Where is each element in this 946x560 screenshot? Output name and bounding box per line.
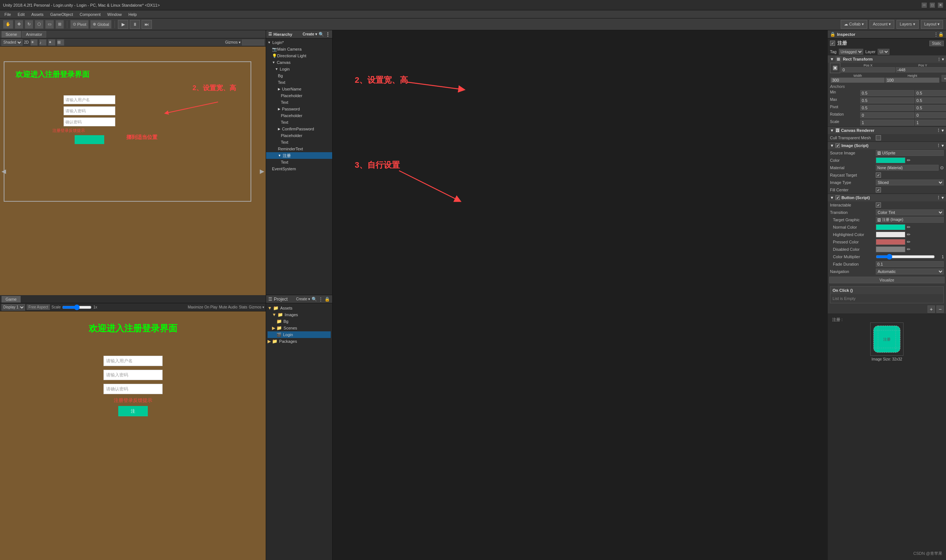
aspect-select[interactable]: Free Aspect bbox=[26, 305, 50, 310]
menu-component[interactable]: Component bbox=[77, 11, 103, 17]
fill-center-checkbox[interactable]: ✓ bbox=[876, 187, 881, 192]
disabled-color-swatch[interactable] bbox=[876, 246, 905, 252]
hierarchy-item-username[interactable]: ▶ UserName bbox=[266, 86, 332, 92]
project-create-btn[interactable]: Create ▾ bbox=[296, 297, 310, 301]
image-enabled-checkbox[interactable]: ✓ bbox=[835, 143, 840, 148]
scale-slider[interactable] bbox=[62, 305, 92, 310]
step-button[interactable]: ⏭ bbox=[142, 20, 152, 29]
hierarchy-item-bg[interactable]: Bg bbox=[266, 72, 332, 79]
layer-select[interactable]: UI bbox=[878, 49, 889, 55]
hierarchy-item-text2[interactable]: Text bbox=[266, 99, 332, 106]
scene-audio-btn[interactable]: ♪ bbox=[39, 39, 46, 46]
pause-button[interactable]: ⏸ bbox=[130, 20, 140, 29]
game-password-field[interactable]: 请输入密码 bbox=[103, 370, 163, 380]
hierarchy-item-maincamera[interactable]: 📷 Main Camera bbox=[266, 46, 332, 52]
hierarchy-item-register[interactable]: ▼ 注册 bbox=[266, 152, 332, 159]
menu-window[interactable]: Window bbox=[104, 11, 125, 17]
shaded-select[interactable]: Shaded bbox=[2, 39, 23, 46]
scene-username-field[interactable]: 请输入用户名 bbox=[63, 95, 115, 104]
pivot-x[interactable] bbox=[860, 105, 914, 111]
object-active-checkbox[interactable]: ✓ bbox=[830, 41, 835, 46]
hierarchy-search-icon[interactable]: 🔍 bbox=[319, 32, 324, 37]
pivot-y[interactable] bbox=[915, 105, 946, 111]
inspector-menu-icon[interactable]: ⋮ bbox=[934, 32, 938, 37]
button-script-header[interactable]: ▼ ✓ Button (Script) ⋮ ▾ bbox=[828, 194, 946, 201]
image-color-swatch[interactable] bbox=[876, 157, 905, 163]
scene-password-field[interactable]: 请输入密码 bbox=[63, 106, 115, 115]
stats-btn[interactable]: Stats bbox=[239, 305, 248, 309]
transform-tool-transform[interactable]: ⊞ bbox=[55, 20, 64, 29]
hierarchy-item-text5[interactable]: Text bbox=[266, 159, 332, 166]
project-item-bg[interactable]: 📁 Bg bbox=[268, 318, 331, 325]
pressed-color-edit-icon[interactable]: ✏ bbox=[907, 239, 911, 245]
maximize-btn[interactable]: Maximize On Play bbox=[188, 305, 218, 309]
hierarchy-item-ph1[interactable]: Placeholder bbox=[266, 92, 332, 99]
project-menu-icon[interactable]: ⋮ bbox=[319, 297, 323, 302]
wh-lock-btn[interactable]: ⇔ bbox=[941, 75, 946, 82]
menu-assets[interactable]: Assets bbox=[28, 11, 46, 17]
gizmos-label[interactable]: Gizmos ▾ bbox=[225, 40, 240, 44]
tab-scene[interactable]: Scene bbox=[2, 31, 21, 38]
hierarchy-item-remindertext[interactable]: ReminderText bbox=[266, 146, 332, 152]
scene-search[interactable] bbox=[242, 40, 264, 45]
project-item-login-scene[interactable]: 🎬 Login bbox=[268, 331, 331, 338]
rotation-y[interactable] bbox=[915, 112, 946, 118]
menu-gameobject[interactable]: GameObject bbox=[47, 11, 76, 17]
image-color-picker-icon[interactable]: ✏ bbox=[907, 158, 911, 163]
hierarchy-item-confirmpassword[interactable]: ▶ ConfirmPassword bbox=[266, 126, 332, 132]
hierarchy-item-text4[interactable]: Text bbox=[266, 139, 332, 146]
menu-edit[interactable]: Edit bbox=[15, 11, 28, 17]
maximize-button[interactable]: □ bbox=[930, 3, 935, 8]
project-item-images[interactable]: ▼ 📁 Images bbox=[268, 311, 331, 318]
disabled-color-edit-icon[interactable]: ✏ bbox=[907, 247, 911, 252]
rect-transform-header[interactable]: ▼ ⊞ Rect Transform ⋮ ▾ bbox=[828, 55, 946, 63]
image-type-select[interactable]: Sliced bbox=[876, 180, 944, 185]
collab-button[interactable]: ☁ Collab ▾ bbox=[841, 20, 867, 29]
button-enabled-checkbox[interactable]: ✓ bbox=[835, 195, 840, 200]
transform-tool-rotate[interactable]: ↻ bbox=[25, 20, 33, 29]
game-register-btn[interactable]: 注 bbox=[118, 406, 148, 416]
add-onclick-btn[interactable]: + bbox=[928, 306, 935, 313]
cull-checkbox[interactable] bbox=[876, 135, 881, 140]
navigation-select[interactable]: Automatic bbox=[876, 269, 944, 274]
remove-onclick-btn[interactable]: − bbox=[937, 306, 944, 313]
menu-file[interactable]: File bbox=[2, 11, 14, 17]
canvas-renderer-menu[interactable]: ⋮ ▾ bbox=[937, 128, 944, 133]
scene-fx-btn[interactable]: ✦ bbox=[48, 39, 55, 46]
transform-tool-move[interactable]: ✥ bbox=[15, 20, 23, 29]
nav-right-arrow[interactable]: ▶ bbox=[260, 167, 264, 174]
button-script-menu[interactable]: ⋮ ▾ bbox=[937, 195, 944, 200]
scene-register-btn[interactable] bbox=[75, 135, 104, 144]
project-item-assets[interactable]: ▼ 📁 Assets bbox=[268, 305, 331, 311]
display-select[interactable]: Display 1 bbox=[2, 304, 25, 311]
image-script-header[interactable]: ▼ ✓ Image (Script) ⋮ ▾ bbox=[828, 142, 946, 149]
hierarchy-item-text3[interactable]: Text bbox=[266, 119, 332, 126]
anchor-min-y[interactable] bbox=[915, 90, 946, 96]
source-image-field[interactable]: 🖼 UISprite bbox=[876, 150, 944, 156]
menu-help[interactable]: Help bbox=[125, 11, 140, 17]
anchor-visual[interactable] bbox=[830, 63, 840, 73]
static-badge[interactable]: Static bbox=[929, 41, 944, 46]
anchor-box[interactable] bbox=[830, 64, 840, 72]
game-confirm-field[interactable]: 请确认密码 bbox=[103, 384, 163, 394]
hierarchy-root[interactable]: ▼ Login* bbox=[266, 39, 332, 46]
canvas-renderer-header[interactable]: ▼ 🖼 Canvas Renderer ⋮ ▾ bbox=[828, 127, 946, 134]
scale-y[interactable] bbox=[915, 120, 946, 126]
highlighted-color-edit-icon[interactable]: ✏ bbox=[907, 232, 911, 237]
layout-button[interactable]: Layout ▾ bbox=[921, 20, 943, 29]
normal-color-swatch[interactable] bbox=[876, 224, 905, 230]
project-item-scenes[interactable]: ▶ 📁 Scenes bbox=[268, 325, 331, 331]
mute-btn[interactable]: Mute Audio bbox=[219, 305, 237, 309]
tab-animator[interactable]: Animator bbox=[22, 31, 46, 38]
pos-y-field[interactable] bbox=[896, 67, 946, 72]
hierarchy-menu-icon[interactable]: ⋮ bbox=[325, 32, 330, 37]
pivot-button[interactable]: ⊙ Pivot bbox=[70, 20, 89, 29]
anchor-max-y[interactable] bbox=[915, 97, 946, 103]
color-multiplier-slider[interactable] bbox=[876, 254, 935, 260]
inspector-lock-icon[interactable]: 🔒 bbox=[938, 32, 944, 37]
image-script-menu[interactable]: ⋮ ▾ bbox=[937, 143, 944, 148]
global-button[interactable]: ⊕ Global bbox=[90, 20, 112, 29]
highlighted-color-swatch[interactable] bbox=[876, 232, 905, 237]
hierarchy-item-login[interactable]: ▼ Login bbox=[266, 66, 332, 72]
rect-transform-menu[interactable]: ⋮ ▾ bbox=[937, 57, 944, 61]
